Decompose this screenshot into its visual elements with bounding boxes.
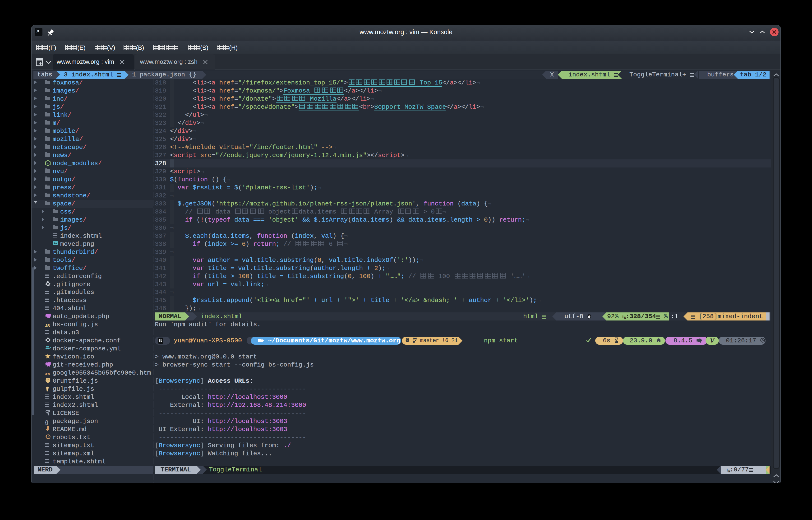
svg-text:js: js (47, 162, 49, 165)
